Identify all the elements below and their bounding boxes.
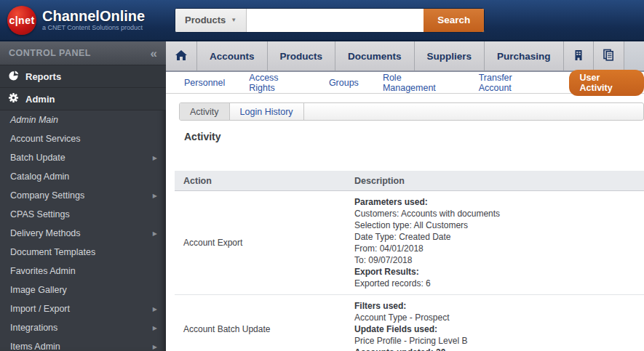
subnav-link-transfer-account[interactable]: Transfer Account [479, 73, 545, 93]
sidebar-item-label: CPAS Settings [10, 209, 157, 219]
sidebar-item-label: Favorites Admin [10, 266, 157, 276]
description-line: Filters used: [354, 300, 644, 312]
content-area: Accounts Products Documents Suppliers Pu… [166, 41, 644, 351]
nav-tab-accounts[interactable]: Accounts [197, 41, 268, 70]
sidebar-item-label: Items Admin [10, 342, 153, 351]
sidebar-item-label: Delivery Methods [10, 228, 153, 238]
nav-tab-products[interactable]: Products [268, 41, 336, 70]
sidebar-section-reports[interactable]: Reports [0, 65, 166, 88]
sidebar-item-label: Document Templates [10, 247, 157, 257]
description-line: Account Type - Prospect [354, 312, 644, 323]
nav-tab-documents[interactable]: Documents [335, 41, 415, 70]
search-button[interactable]: Search [424, 9, 484, 32]
brand-name: ChannelOnline [42, 9, 145, 24]
chevron-right-icon: ▶ [153, 306, 157, 312]
sidebar-item-catalog-admin[interactable]: Catalog Admin [0, 167, 166, 186]
sidebar-item-label: Account Services [10, 134, 157, 144]
tab-login-history[interactable]: Login History [230, 103, 304, 120]
collapse-sidebar-icon[interactable]: « [151, 47, 157, 60]
sidebar-item-label: Company Settings [10, 190, 153, 201]
search-input[interactable] [247, 9, 424, 32]
description-line: Date Type: Created Date [354, 231, 644, 243]
sidebar-section-admin[interactable]: Admin [0, 88, 166, 110]
sidebar-section-label: Reports [25, 71, 61, 82]
brand-logo[interactable]: c|net ChannelOnline a CNET Content Solut… [0, 6, 166, 35]
sidebar-item-image-gallery[interactable]: Image Gallery [0, 281, 166, 299]
main-nav: Accounts Products Documents Suppliers Pu… [166, 41, 644, 72]
table-row: Account Batch Update Filters used: Accou… [175, 295, 644, 351]
chevron-right-icon: ▶ [153, 344, 157, 350]
sidebar-item-document-templates[interactable]: Document Templates [0, 243, 166, 262]
chevron-right-icon: ▶ [153, 230, 157, 237]
subnav-link-role-management[interactable]: Role Management [383, 73, 455, 93]
sidebar-header-title: CONTROL PANEL [9, 48, 91, 58]
app-root: c|net ChannelOnline a CNET Content Solut… [0, 0, 644, 351]
sidebar-item-items-admin[interactable]: Items Admin ▶ [0, 337, 166, 351]
sidebar-item-label: Admin Main [10, 115, 157, 125]
pie-chart-icon [8, 70, 19, 84]
description-line: Parameters used: [354, 196, 644, 208]
nav-tab-purchasing[interactable]: Purchasing [485, 41, 564, 70]
sidebar-item-favorites-admin[interactable]: Favorites Admin [0, 262, 166, 281]
subnav-active-user-activity[interactable]: User Activity [569, 70, 644, 96]
description-line: Export Results: [354, 266, 644, 278]
sidebar-item-label: Image Gallery [10, 285, 157, 295]
chevron-right-icon: ▶ [153, 155, 157, 161]
chevron-right-icon: ▶ [153, 325, 157, 331]
sidebar-item-account-services[interactable]: Account Services [0, 129, 166, 148]
activity-table: Action Description Account Export Parame… [175, 171, 644, 351]
description-line: Accounts updated: 30 [354, 347, 644, 351]
nav-tab-suppliers[interactable]: Suppliers [415, 41, 485, 70]
control-panel-sidebar: CONTROL PANEL « Reports [0, 41, 166, 351]
description-line: Update Fields used: [354, 323, 644, 335]
sidebar-item-admin-main[interactable]: Admin Main [0, 110, 166, 129]
tab-activity[interactable]: Activity [180, 103, 230, 120]
description-cell: Filters used: Account Type - Prospect Up… [354, 300, 644, 351]
sidebar-item-company-settings[interactable]: Company Settings ▶ [0, 186, 166, 205]
subnav-link-groups[interactable]: Groups [329, 78, 359, 88]
description-line: Selection type: All Customers [354, 219, 644, 231]
page-title: Activity [184, 131, 644, 142]
building-icon [573, 49, 584, 63]
table-row: Account Export Parameters used: Customer… [175, 191, 644, 295]
activity-tabstrip: Activity Login History [179, 102, 644, 121]
home-icon [175, 49, 188, 63]
cnet-logo-text: c|net [9, 15, 34, 26]
nav-tab-company[interactable] [564, 41, 594, 70]
subnav-link-access-rights[interactable]: Access Rights [249, 73, 305, 93]
nav-tab-document-log[interactable] [594, 41, 624, 70]
sidebar-admin-menu: Admin Main Account Services Batch Update… [0, 110, 166, 351]
main-row: CONTROL PANEL « Reports [0, 41, 644, 351]
sidebar-header: CONTROL PANEL « [0, 41, 166, 65]
brand-subtitle: a CNET Content Solutions product [42, 25, 145, 31]
action-cell: Account Batch Update [175, 300, 354, 351]
sidebar-item-delivery-methods[interactable]: Delivery Methods ▶ [0, 224, 166, 243]
sidebar-item-label: Batch Update [10, 153, 153, 163]
column-header-action: Action [175, 176, 354, 186]
description-line: From: 04/01/2018 [354, 243, 644, 254]
description-line: Price Profile - Pricing Level B [354, 335, 644, 347]
nav-filler [624, 41, 644, 70]
description-line: To: 09/07/2018 [354, 254, 644, 266]
chevron-down-icon: ▼ [231, 17, 236, 23]
search-category-dropdown[interactable]: Products ▼ [175, 9, 247, 32]
brand-text: ChannelOnline a CNET Content Solutions p… [42, 9, 145, 31]
search-category-label: Products [185, 15, 226, 25]
sidebar-item-import-export[interactable]: Import / Export ▶ [0, 299, 166, 318]
chevron-right-icon: ▶ [153, 193, 157, 199]
column-header-description: Description [354, 176, 405, 186]
description-line: Customers: Accounts with documents [354, 208, 644, 219]
gear-icon [8, 92, 19, 106]
copy-documents-icon [603, 49, 615, 63]
subnav-link-personnel[interactable]: Personnel [184, 78, 225, 88]
action-cell: Account Export [175, 196, 354, 289]
description-line: Exported records: 6 [354, 278, 644, 289]
sidebar-section-label: Admin [25, 94, 55, 105]
nav-tab-home[interactable] [166, 41, 197, 70]
sidebar-item-integrations[interactable]: Integrations ▶ [0, 318, 166, 337]
table-header: Action Description [175, 171, 644, 191]
sidebar-item-cpas-settings[interactable]: CPAS Settings [0, 205, 166, 224]
page-body: Activity Login History Activity Action D… [166, 94, 644, 351]
sidebar-item-batch-update[interactable]: Batch Update ▶ [0, 148, 166, 167]
description-cell: Parameters used: Customers: Accounts wit… [354, 196, 644, 289]
